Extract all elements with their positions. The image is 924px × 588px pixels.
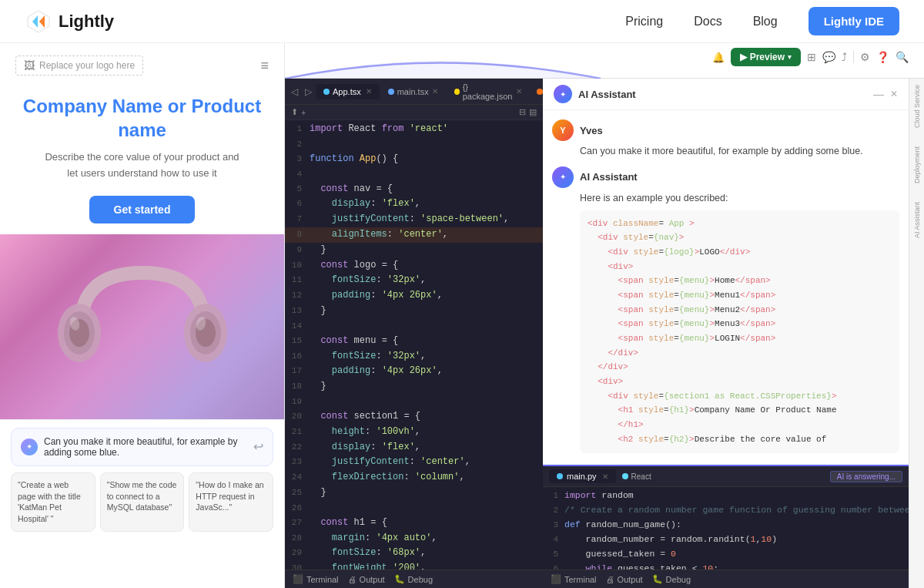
lower-code-content: 1import random 2/* Create a random numbe… bbox=[543, 487, 909, 570]
cloud-service-label[interactable]: Cloud Service bbox=[913, 85, 921, 128]
ai-assistant-label[interactable]: AI Assistant bbox=[913, 202, 921, 238]
nav-link-blog[interactable]: Blog bbox=[753, 15, 778, 29]
nav-link-docs[interactable]: Docs bbox=[694, 15, 721, 29]
debug-tab[interactable]: 🐛 Debug bbox=[394, 574, 433, 584]
debug-bottom-icon: 🐛 bbox=[652, 574, 663, 584]
suggestion-chip-2[interactable]: "Show me the code to connect to a MySQL … bbox=[100, 472, 185, 532]
code-line: 2 bbox=[285, 137, 543, 152]
hamburger-icon[interactable]: ≡ bbox=[260, 58, 269, 74]
ai-messages-area: Y Yves Can you make it more beautiful, f… bbox=[543, 110, 909, 465]
debug-bottom-label: Debug bbox=[666, 575, 691, 584]
left-panel: 🖼 Replace your logo here ≡ Company Name … bbox=[0, 43, 285, 588]
ai-chat-icon: ✦ bbox=[21, 438, 38, 455]
terminal-tab[interactable]: ⬛ Terminal bbox=[293, 574, 339, 584]
code-line: 19 bbox=[285, 395, 543, 409]
debug-bottom-tab[interactable]: 🐛 Debug bbox=[652, 574, 691, 584]
preview-button[interactable]: ▶ Preview ▾ bbox=[731, 48, 801, 66]
tab-index[interactable]: index bbox=[531, 84, 543, 99]
python-dot bbox=[557, 473, 563, 479]
output-icon: 🖨 bbox=[348, 575, 357, 584]
output-bottom-tab[interactable]: 🖨 Output bbox=[606, 574, 643, 584]
code-line: 27 const h1 = { bbox=[285, 516, 543, 531]
tab-app-tsx[interactable]: App.tsx ✕ bbox=[316, 84, 380, 99]
editor-tabs-bar: ◁ ▷ App.tsx ✕ main.tsx ✕ {} package. bbox=[285, 79, 543, 105]
editor-ai-row: ◁ ▷ App.tsx ✕ main.tsx ✕ {} package. bbox=[285, 79, 924, 588]
nav-logo[interactable]: Lightly bbox=[25, 8, 114, 35]
code-line: 10 const logo = { bbox=[285, 258, 543, 274]
code-line: 11 fontSize: '32px', bbox=[285, 273, 543, 288]
hero-section: Company Name or Product name Describe th… bbox=[0, 76, 284, 234]
output-bottom-label: Output bbox=[618, 575, 643, 584]
help-icon[interactable]: ❓ bbox=[876, 51, 889, 63]
main-py-label: main.py bbox=[567, 472, 597, 481]
suggestion-chip-1[interactable]: "Create a web page with the title 'KatMa… bbox=[11, 472, 95, 532]
image-icon: 🖼 bbox=[24, 59, 35, 72]
tab-main-tsx[interactable]: main.tsx ✕ bbox=[380, 84, 446, 99]
tab-app-tsx-close[interactable]: ✕ bbox=[366, 87, 372, 96]
chat-area: ✦ Can you make it more beautiful, for ex… bbox=[0, 419, 284, 472]
lc-line: 4 random_number = random.randint(1,10) bbox=[543, 533, 909, 547]
code-line: 7 justifyContent: 'space-between', bbox=[285, 212, 543, 227]
chat-icon[interactable]: 💬 bbox=[822, 51, 835, 63]
add-icon[interactable]: + bbox=[301, 108, 306, 117]
code-line: 30 fontWeight '200', bbox=[285, 561, 543, 570]
lc-line: 3def random_num_game(): bbox=[543, 518, 909, 533]
svg-marker-0 bbox=[28, 11, 49, 32]
top-right-toolbar: 🔔 ▶ Preview ▾ ⊞ 💬 ⤴ ⚙ ❓ 🔍 bbox=[712, 48, 909, 66]
top-arc-area: 🔔 ▶ Preview ▾ ⊞ 💬 ⤴ ⚙ ❓ 🔍 bbox=[285, 43, 924, 79]
upload-icon[interactable]: ⬆ bbox=[291, 107, 298, 117]
ai-response-intro: Here is an example you described: bbox=[552, 191, 899, 206]
right-container: 🔔 ▶ Preview ▾ ⊞ 💬 ⤴ ⚙ ❓ 🔍 bbox=[285, 43, 924, 588]
ai-minimize-icon[interactable]: — bbox=[873, 88, 884, 100]
toolbar-icon-1[interactable]: 🔔 bbox=[712, 52, 725, 63]
logo-placeholder[interactable]: 🖼 Replace your logo here bbox=[15, 55, 143, 76]
search-icon[interactable]: 🔍 bbox=[896, 51, 909, 63]
terminal-label: Terminal bbox=[306, 575, 339, 584]
hero-subtitle: Describe the core value of your product … bbox=[15, 150, 269, 182]
code-line: 17 padding: '4px 26px', bbox=[285, 364, 543, 379]
code-line: 15 const menu = { bbox=[285, 334, 543, 349]
lc-line: 6 while guesses_taken < 10: bbox=[543, 562, 909, 570]
get-started-button[interactable]: Get started bbox=[89, 196, 196, 223]
code-line: 23 justifyContent: 'center', bbox=[285, 455, 543, 470]
tab-nav-back[interactable]: ◁ bbox=[288, 85, 301, 99]
nav-links: Pricing Docs Blog Lightly IDE bbox=[625, 7, 899, 35]
deployment-label[interactable]: Deployment bbox=[913, 146, 921, 183]
split-view-icon[interactable]: ⊟ bbox=[519, 107, 526, 117]
terminal-bottom-tab[interactable]: ⬛ Terminal bbox=[551, 574, 597, 584]
tab-package-json-close[interactable]: ✕ bbox=[516, 87, 522, 96]
main-py-tab[interactable]: main.py ✕ bbox=[549, 469, 616, 483]
main-py-close[interactable]: ✕ bbox=[602, 472, 608, 481]
code-line: 6 display: 'flex', bbox=[285, 197, 543, 212]
terminal-bottom-label: Terminal bbox=[564, 575, 597, 584]
chat-input-box[interactable]: ✦ Can you make it more beautiful, for ex… bbox=[11, 428, 273, 466]
suggestion-chip-3[interactable]: "How do I make an HTTP request in JavaSc… bbox=[189, 472, 273, 532]
nav-cta-button[interactable]: Lightly IDE bbox=[808, 7, 899, 35]
lc-line: 5 guessed_taken = 0 bbox=[543, 547, 909, 562]
ai-code-block: <div className= App > <div style={nav}> … bbox=[580, 210, 899, 453]
output-label: Output bbox=[360, 575, 385, 584]
code-line: 13 } bbox=[285, 304, 543, 319]
preview-dropdown-icon: ▾ bbox=[788, 53, 792, 61]
grid-icon[interactable]: ⊞ bbox=[807, 51, 816, 63]
code-line: 21 height: '100vh', bbox=[285, 425, 543, 440]
nav-link-pricing[interactable]: Pricing bbox=[625, 15, 663, 29]
ai-bottom-tabs: main.py ✕ React AI is answering... bbox=[543, 466, 909, 487]
settings-icon[interactable]: ⚙ bbox=[860, 51, 870, 63]
tab-nav-fwd[interactable]: ▷ bbox=[302, 85, 315, 99]
output-tab[interactable]: 🖨 Output bbox=[348, 574, 385, 584]
layout-icon[interactable]: ▤ bbox=[529, 107, 537, 117]
headphones-illustration bbox=[42, 242, 243, 412]
share-icon[interactable]: ⤴ bbox=[842, 51, 847, 63]
ai-response-name: AI Assistant bbox=[580, 171, 638, 183]
ai-close-icon[interactable]: ✕ bbox=[890, 89, 898, 99]
debug-label: Debug bbox=[408, 575, 433, 584]
code-line: 14 bbox=[285, 319, 543, 334]
send-icon[interactable]: ↩ bbox=[253, 439, 263, 454]
tab-main-tsx-close[interactable]: ✕ bbox=[432, 87, 438, 96]
code-content: 1 import React from 'react' 2 3 function… bbox=[285, 120, 543, 570]
user-name: Yves bbox=[580, 125, 603, 136]
editor-sub-toolbar: ⬆ + ⊟ ▤ bbox=[285, 105, 543, 120]
code-line: 8 alignItems: 'center', bbox=[285, 227, 543, 243]
tab-package-json[interactable]: {} package.json ✕ bbox=[447, 79, 531, 104]
